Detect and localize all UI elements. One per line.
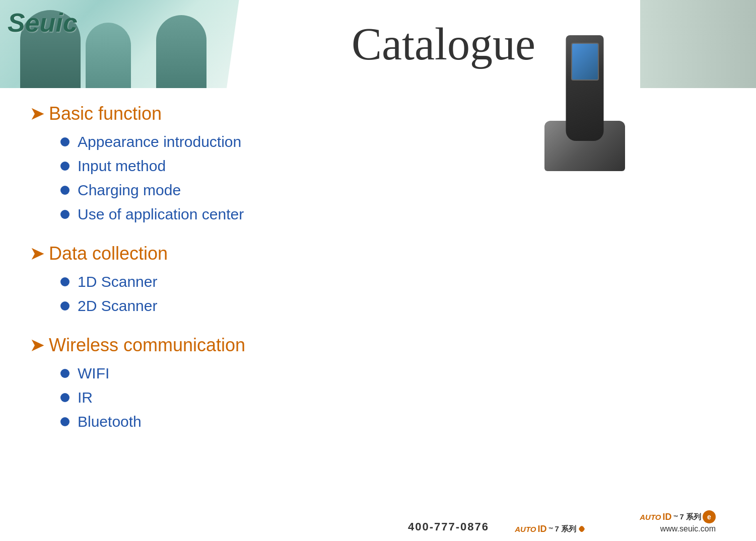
basic-function-header: ➤ Basic function [30,103,353,124]
basic-function-arrow: ➤ [30,104,44,123]
footer-badge-1: AUTO ID ™ 7 系列 [515,522,590,536]
data-collection-arrow: ➤ [30,244,44,263]
item-use-of-app: Use of application center [78,206,244,223]
bullet-icon [60,137,70,146]
page-title: Catalogue [352,18,535,70]
list-item: Charging mode [60,182,353,199]
item-wifi: WIFI [78,365,109,382]
badge2-e-icon: e [703,510,716,523]
data-collection-title: Data collection [49,243,168,264]
list-item: 2D Scanner [60,297,353,315]
bullet-icon [60,369,70,378]
basic-function-title: Basic function [49,103,162,124]
list-item: Appearance introduction [60,133,353,150]
bullet-icon [60,186,70,195]
footer: 400-777-0876 AUTO ID ™ 7 系列 AUTO ID ™ 7 … [0,501,756,541]
badge1-series: 7 系列 [555,524,576,534]
list-item: 1D Scanner [60,273,353,290]
device-screen [571,43,599,81]
item-bluetooth: Bluetooth [78,413,142,430]
badge2-series: 7 系列 [679,512,701,522]
badge1-tm: ™ [548,526,553,532]
bullet-icon [60,210,70,219]
list-item: WIFI [60,365,353,382]
seuic-logo: Seuic [8,8,78,38]
list-item: IR [60,389,353,406]
basic-function-items: Appearance introduction Input method Cha… [30,133,353,223]
website-url: www.seuic.com [640,524,716,533]
list-item: Input method [60,158,353,175]
basic-function-section: ➤ Basic function Appearance introduction… [30,103,353,223]
list-item: Use of application center [60,206,353,223]
wireless-items: WIFI IR Bluetooth [30,365,353,430]
data-collection-items: 1D Scanner 2D Scanner [30,273,353,315]
item-2d-scanner: 2D Scanner [78,297,157,315]
device-scanner [566,35,604,141]
item-charging-mode: Charging mode [78,182,181,199]
wireless-arrow: ➤ [30,336,44,355]
badge1-arrow-icon [578,522,590,536]
badge1-autoid: AUTO [515,525,536,533]
badge2-autoid: AUTO [640,513,661,521]
badge2-tm: ™ [673,514,678,520]
badge1-id: ID [537,524,546,534]
item-1d-scanner: 1D Scanner [78,273,157,290]
header-left-image: Seuic [0,0,247,88]
wireless-section: ➤ Wireless communication WIFI IR Bluetoo… [30,335,353,430]
header-right-image [640,0,756,88]
bullet-icon [60,301,70,311]
list-item: Bluetooth [60,413,353,430]
wireless-header: ➤ Wireless communication [30,335,353,356]
bullet-icon [60,417,70,426]
item-input-method: Input method [78,158,166,175]
bullet-icon [60,277,70,286]
item-ir: IR [78,389,93,406]
website: AUTO ID ™ 7 系列 e www.seuic.com [640,510,716,533]
data-collection-section: ➤ Data collection 1D Scanner 2D Scanner [30,243,353,315]
device-image [534,10,635,171]
wireless-title: Wireless communication [49,335,245,356]
badge2-id: ID [662,512,671,522]
content-area: ➤ Basic function Appearance introduction… [15,93,368,460]
bullet-icon [60,162,70,171]
data-collection-header: ➤ Data collection [30,243,353,264]
header-banner: Seuic Catalogue [0,0,756,88]
item-appearance: Appearance introduction [78,133,241,150]
bullet-icon [60,393,70,402]
phone-number: 400-777-0876 [408,520,489,533]
